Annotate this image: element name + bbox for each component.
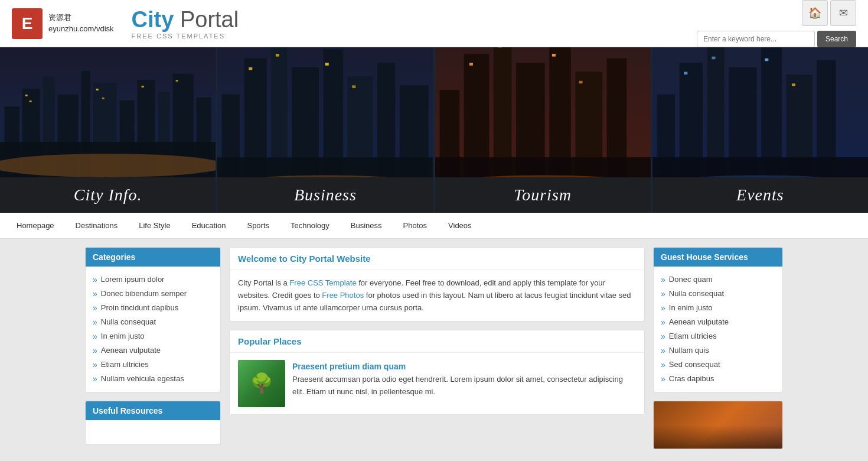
nav-technology[interactable]: Technology (280, 213, 340, 239)
svg-rect-14 (96, 89, 99, 90)
popular-places-body: Praesent pretium diam quam Praesent accu… (230, 353, 644, 414)
svg-rect-16 (142, 86, 144, 87)
svg-rect-30 (276, 54, 279, 57)
svg-rect-58 (712, 57, 715, 60)
welcome-title: Welcome to City Portal Website (230, 248, 644, 270)
list-item[interactable]: » Proin tincidunt dapibus (93, 301, 213, 315)
useful-resources-box: Useful Resources (85, 401, 221, 444)
popular-places-box: Popular Places Praesent pretium diam qua… (229, 330, 645, 415)
header-right: 🏠 ✉ Search (697, 0, 856, 47)
svg-rect-61 (652, 157, 868, 177)
svg-rect-13 (30, 100, 32, 102)
popular-places-title: Popular Places (230, 330, 644, 353)
header-icons: 🏠 ✉ (802, 0, 856, 26)
bullet-icon: » (661, 275, 665, 284)
bullet-icon: » (93, 374, 97, 384)
list-item[interactable]: » Cras dapibus (661, 372, 775, 386)
svg-rect-60 (792, 83, 795, 86)
site-title-area: City Portal FREE CSS TEMPLATES (114, 7, 697, 40)
panel-label-business: Business (217, 177, 433, 213)
guest-house-title: Guest House Services (654, 248, 782, 267)
bullet-icon: » (93, 360, 97, 369)
nav-lifestyle[interactable]: Life Style (128, 213, 181, 239)
useful-resources-title: Useful Resources (86, 401, 220, 420)
bullet-icon: » (661, 346, 665, 355)
svg-rect-33 (217, 157, 433, 177)
panel-label-events: Events (652, 177, 868, 213)
popular-item-text: Praesent pretium diam quam Praesent accu… (292, 360, 636, 398)
list-item[interactable]: » Nullam vehicula egestas (93, 372, 213, 386)
search-input[interactable] (697, 31, 815, 47)
navbar: Homepage Destinations Life Style Educati… (0, 213, 868, 239)
nav-homepage[interactable]: Homepage (6, 213, 65, 239)
categories-content: » Lorem ipsum dolor » Donec bibendum sem… (86, 267, 220, 392)
bullet-icon: » (661, 317, 665, 327)
logo-text: 资源君 eyunzhu.com/vdisk (48, 12, 114, 34)
list-item[interactable]: » Lorem ipsum dolor (93, 272, 213, 287)
bullet-icon: » (661, 360, 665, 369)
bullet-icon: » (93, 346, 97, 355)
free-photos-link[interactable]: Free Photos (322, 291, 364, 300)
useful-resources-content (86, 420, 220, 444)
bullet-icon: » (93, 303, 97, 313)
bullet-icon: » (93, 332, 97, 341)
bullet-icon: » (93, 317, 97, 327)
free-css-link[interactable]: Free CSS Template (289, 278, 356, 287)
list-item[interactable]: » Donec bibendum semper (93, 287, 213, 301)
categories-title: Categories (86, 248, 220, 267)
list-item[interactable]: » In enim justo (661, 301, 775, 315)
hero-panel-events[interactable]: Events (652, 47, 868, 213)
list-item[interactable]: » Nullam quis (661, 343, 775, 358)
list-item[interactable]: » Donec quam (661, 272, 775, 287)
svg-rect-43 (469, 63, 472, 66)
list-item[interactable]: » Etiam ultricies (661, 329, 775, 343)
nav-sports[interactable]: Sports (236, 213, 280, 239)
bullet-icon: » (93, 275, 97, 284)
svg-rect-29 (249, 67, 253, 70)
sidebar-right: Guest House Services » Donec quam » Null… (653, 247, 783, 457)
guest-image-box (653, 401, 783, 449)
site-title: City Portal (132, 7, 697, 33)
header: E 资源君 eyunzhu.com/vdisk City Portal FREE… (0, 0, 868, 47)
list-item[interactable]: » Nulla consequat (661, 287, 775, 301)
mail-icon-button[interactable]: ✉ (830, 0, 856, 26)
bullet-icon: » (661, 374, 665, 384)
svg-rect-31 (325, 63, 329, 66)
panel-label-cityinfo: City Info. (0, 177, 216, 213)
sidebar-left: Categories » Lorem ipsum dolor » Donec b… (85, 247, 221, 457)
list-item[interactable]: » Etiam ultricies (93, 358, 213, 372)
svg-rect-59 (765, 59, 768, 61)
list-item[interactable]: » Aenean vulputate (93, 343, 213, 358)
guest-house-box: Guest House Services » Donec quam » Null… (653, 247, 783, 392)
home-icon-button[interactable]: 🏠 (802, 0, 828, 26)
hero-panel-business[interactable]: Business (217, 47, 435, 213)
welcome-body: City Portal is a Free CSS Template for e… (230, 270, 644, 321)
categories-box: Categories » Lorem ipsum dolor » Donec b… (85, 247, 221, 392)
list-item[interactable]: » Sed consequat (661, 358, 775, 372)
logo-area: E 资源君 eyunzhu.com/vdisk (12, 8, 114, 39)
nav-videos[interactable]: Videos (438, 213, 482, 239)
nav-education[interactable]: Education (181, 213, 237, 239)
popular-place-image (238, 360, 285, 407)
hero-panel-tourism[interactable]: Tourism (435, 47, 652, 213)
svg-point-19 (0, 154, 216, 177)
popular-place-title[interactable]: Praesent pretium diam quam (292, 362, 406, 371)
svg-rect-57 (684, 72, 687, 75)
logo-icon: E (12, 8, 43, 39)
svg-rect-17 (176, 80, 178, 82)
list-item[interactable]: » Nulla consequat (93, 315, 213, 329)
nav-business[interactable]: Business (340, 213, 393, 239)
hero-panel-cityinfo[interactable]: City Info. (0, 47, 217, 213)
panel-label-tourism: Tourism (435, 177, 651, 213)
svg-rect-15 (102, 98, 105, 99)
list-item[interactable]: » Aenean vulputate (661, 315, 775, 329)
nav-destinations[interactable]: Destinations (65, 213, 129, 239)
guest-house-content: » Donec quam » Nulla consequat » In enim… (654, 267, 782, 392)
site-subtitle: FREE CSS TEMPLATES (132, 33, 697, 40)
center-content: Welcome to City Portal Website City Port… (229, 247, 645, 457)
search-area: Search (697, 31, 856, 47)
guest-house-image (654, 401, 782, 449)
nav-photos[interactable]: Photos (393, 213, 438, 239)
list-item[interactable]: » In enim justo (93, 329, 213, 343)
search-button[interactable]: Search (817, 31, 856, 47)
